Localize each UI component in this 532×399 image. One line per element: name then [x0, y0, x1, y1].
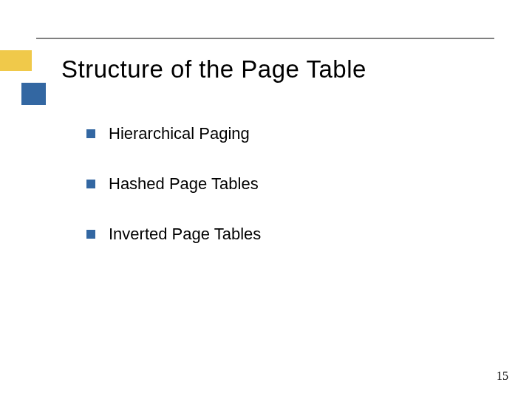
bullet-text: Inverted Page Tables: [109, 225, 261, 244]
bullet-text: Hierarchical Paging: [109, 124, 250, 143]
content-area: Hierarchical Paging Hashed Page Tables I…: [86, 124, 532, 244]
slide-container: Structure of the Page Table Hierarchical…: [0, 0, 532, 399]
slide-title: Structure of the Page Table: [61, 55, 532, 83]
page-number: 15: [497, 369, 508, 383]
list-item: Inverted Page Tables: [86, 225, 532, 244]
title-underline: [36, 38, 494, 39]
list-item: Hashed Page Tables: [86, 174, 532, 194]
title-area: Structure of the Page Table: [61, 55, 532, 83]
bullet-square-icon: [86, 230, 95, 239]
title-decoration: [0, 55, 52, 83]
decoration-yellow-box: [0, 50, 32, 71]
bullet-text: Hashed Page Tables: [109, 174, 259, 194]
list-item: Hierarchical Paging: [86, 124, 532, 143]
bullet-square-icon: [86, 129, 95, 138]
decoration-blue-box: [21, 83, 46, 105]
bullet-square-icon: [86, 180, 95, 188]
